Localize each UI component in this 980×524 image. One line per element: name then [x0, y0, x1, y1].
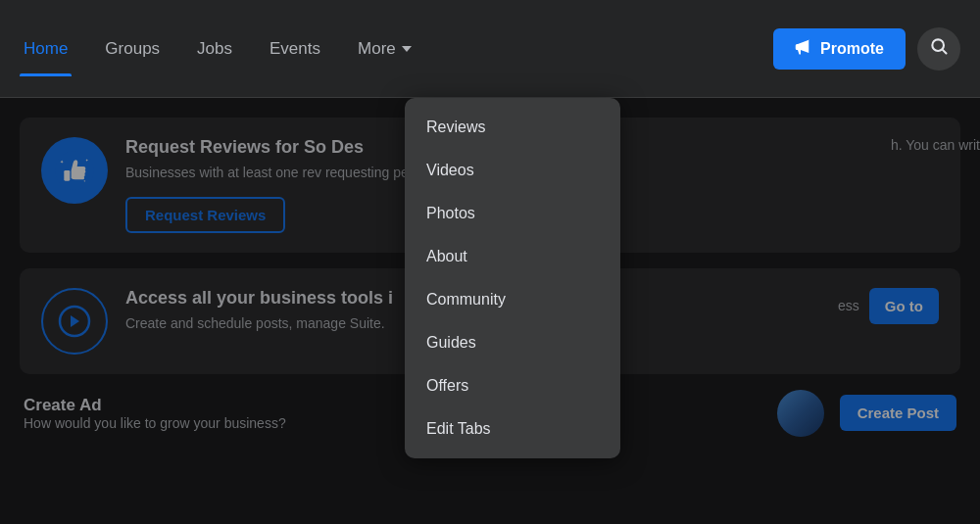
dropdown-item-about[interactable]: About: [405, 235, 620, 278]
nav-item-events[interactable]: Events: [266, 31, 324, 67]
dropdown-item-offers[interactable]: Offers: [405, 364, 620, 407]
nav-item-more[interactable]: More: [354, 31, 416, 67]
promote-button[interactable]: Promote: [773, 28, 906, 70]
chevron-down-icon: [402, 46, 412, 52]
nav-right: Promote: [773, 27, 960, 71]
dropdown-item-community[interactable]: Community: [405, 278, 620, 321]
dropdown-item-reviews[interactable]: Reviews: [405, 106, 620, 149]
dropdown-item-guides[interactable]: Guides: [405, 321, 620, 364]
megaphone-icon: [795, 38, 812, 60]
nav-item-home[interactable]: Home: [20, 31, 72, 67]
search-button[interactable]: [917, 27, 960, 71]
more-dropdown-menu: Reviews Videos Photos About Community Gu…: [405, 98, 620, 458]
nav-item-jobs[interactable]: Jobs: [193, 31, 236, 67]
search-icon: [929, 36, 949, 61]
nav-item-groups[interactable]: Groups: [101, 31, 164, 67]
dropdown-item-photos[interactable]: Photos: [405, 192, 620, 235]
dropdown-item-edit-tabs[interactable]: Edit Tabs: [405, 407, 620, 451]
nav-bar: Home Groups Jobs Events More Promote: [0, 0, 980, 98]
dropdown-item-videos[interactable]: Videos: [405, 149, 620, 192]
svg-line-1: [943, 50, 947, 54]
